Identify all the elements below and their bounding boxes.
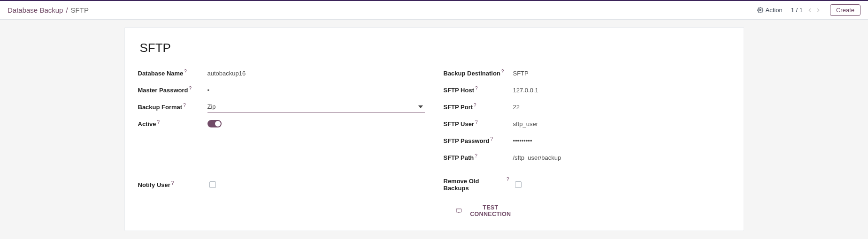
backup-format-label: Backup Format? — [138, 104, 204, 111]
sftp-password-label: SFTP Password? — [444, 137, 509, 144]
help-icon[interactable]: ? — [189, 86, 192, 91]
database-name-label: Database Name? — [138, 70, 204, 77]
form-section-options: Notify User? Remove Old Backups? — [138, 176, 730, 193]
header-actions: Action 1 / 1 Create — [757, 4, 860, 16]
remove-old-backups-label: Remove Old Backups? — [444, 178, 509, 192]
page-title: SFTP — [140, 41, 730, 55]
notify-user-checkbox[interactable] — [209, 181, 216, 188]
sftp-host-label: SFTP Host? — [444, 87, 509, 94]
pager-text: 1 / 1 — [791, 7, 803, 14]
help-icon[interactable]: ? — [475, 153, 477, 158]
row-backup-destination: Backup Destination? SFTP — [444, 65, 730, 82]
row-sftp-user: SFTP User? sftp_user — [444, 115, 730, 132]
remove-old-backups-checkbox[interactable] — [515, 181, 522, 188]
master-password-label: Master Password? — [138, 87, 204, 94]
backup-destination-label: Backup Destination? — [444, 70, 509, 77]
help-icon[interactable]: ? — [475, 86, 478, 91]
help-icon[interactable]: ? — [491, 136, 493, 142]
row-sftp-path: SFTP Path? /sftp_user/backup — [444, 149, 730, 166]
help-icon[interactable]: ? — [474, 103, 476, 108]
content-area: SFTP Database Name? autobackup16 Master … — [0, 20, 868, 239]
backup-format-value: Zip — [207, 103, 216, 110]
form-column-right: Backup Destination? SFTP SFTP Host? 127.… — [444, 65, 730, 166]
form-card: SFTP Database Name? autobackup16 Master … — [124, 27, 744, 231]
svg-rect-2 — [456, 209, 461, 212]
caret-down-icon — [418, 105, 423, 109]
row-backup-format: Backup Format? Zip — [138, 98, 425, 115]
breadcrumb-current: SFTP — [71, 6, 89, 14]
help-icon[interactable]: ? — [171, 180, 174, 186]
create-button[interactable]: Create — [830, 4, 860, 16]
row-active: Active? — [138, 115, 425, 132]
sftp-port-value[interactable]: 22 — [513, 104, 730, 111]
active-toggle[interactable] — [207, 120, 222, 127]
sftp-user-value[interactable]: sftp_user — [513, 120, 730, 127]
backup-format-select[interactable]: Zip — [207, 101, 425, 112]
row-master-password: Master Password? • — [138, 82, 425, 98]
test-connection-button[interactable]: TEST CONNECTION — [456, 204, 517, 217]
row-notify-user: Notify User? — [138, 176, 425, 193]
breadcrumb: Database Backup / SFTP — [8, 6, 89, 14]
row-sftp-host: SFTP Host? 127.0.0.1 — [444, 82, 730, 98]
help-icon[interactable]: ? — [507, 177, 509, 182]
sftp-user-label: SFTP User? — [444, 120, 509, 127]
sftp-port-label: SFTP Port? — [444, 104, 509, 111]
action-label: Action — [766, 7, 783, 14]
active-label: Active? — [138, 120, 204, 127]
row-remove-old-backups: Remove Old Backups? — [444, 176, 730, 193]
action-menu-button[interactable]: Action — [757, 7, 783, 14]
row-database-name: Database Name? autobackup16 — [138, 65, 425, 82]
help-icon[interactable]: ? — [475, 120, 478, 125]
svg-point-0 — [759, 9, 760, 11]
sftp-path-label: SFTP Path? — [444, 154, 509, 161]
sftp-password-value[interactable]: ••••••••• — [513, 137, 730, 144]
help-icon[interactable]: ? — [157, 120, 160, 125]
form-section-main: Database Name? autobackup16 Master Passw… — [138, 65, 730, 166]
svg-marker-1 — [418, 105, 423, 108]
help-icon[interactable]: ? — [184, 69, 187, 74]
breadcrumb-separator: / — [66, 6, 68, 14]
test-connection-label: TEST CONNECTION — [464, 204, 516, 217]
chevron-right-icon[interactable] — [815, 7, 822, 14]
chevron-left-icon[interactable] — [807, 7, 813, 14]
help-icon[interactable]: ? — [501, 69, 504, 74]
form-column-left: Database Name? autobackup16 Master Passw… — [138, 65, 425, 166]
backup-destination-value[interactable]: SFTP — [513, 70, 730, 77]
sftp-host-value[interactable]: 127.0.0.1 — [513, 87, 730, 94]
database-name-value[interactable]: autobackup16 — [207, 70, 425, 77]
sftp-path-value[interactable]: /sftp_user/backup — [513, 154, 730, 161]
form-section-actions: TEST CONNECTION — [138, 198, 730, 217]
master-password-value[interactable]: • — [207, 87, 425, 94]
pager: 1 / 1 — [791, 7, 822, 14]
gear-icon — [757, 7, 763, 13]
notify-user-label: Notify User? — [138, 181, 204, 188]
monitor-icon — [456, 208, 462, 214]
row-sftp-port: SFTP Port? 22 — [444, 98, 730, 115]
row-sftp-password: SFTP Password? ••••••••• — [444, 132, 730, 149]
page-header: Database Backup / SFTP Action 1 / 1 Crea… — [0, 1, 868, 20]
help-icon[interactable]: ? — [183, 103, 186, 108]
breadcrumb-root-link[interactable]: Database Backup — [8, 6, 63, 14]
